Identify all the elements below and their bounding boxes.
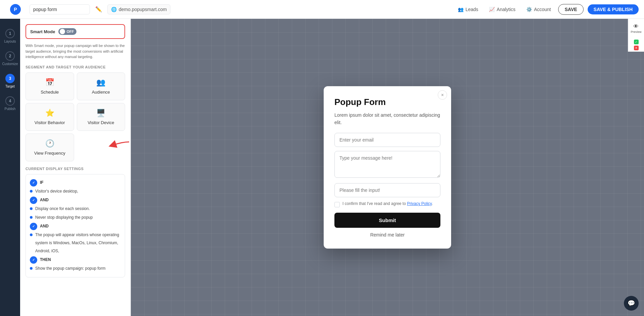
privacy-label: I confirm that I've read and agree to Pr… bbox=[342, 201, 433, 206]
visitor-behavior-icon: ⭐ bbox=[45, 109, 54, 117]
privacy-row: I confirm that I've read and agree to Pr… bbox=[334, 201, 440, 207]
message-textarea[interactable] bbox=[334, 151, 440, 178]
close-icon: × bbox=[441, 92, 444, 98]
condition-os: The popup will appear visitors whose ope… bbox=[30, 231, 121, 255]
privacy-checkbox[interactable] bbox=[334, 202, 340, 207]
text-session: Display once for each session. bbox=[35, 205, 90, 213]
preview-button[interactable]: 👁 Preview bbox=[629, 21, 643, 36]
preview-label: Preview bbox=[631, 30, 641, 34]
step-number-2: 2 bbox=[5, 51, 15, 61]
keyword-if: IF bbox=[40, 178, 44, 187]
dot-show bbox=[30, 267, 33, 270]
condition-then: ✓ THEN bbox=[30, 256, 121, 264]
campaign-title-input[interactable] bbox=[30, 4, 90, 14]
green-indicator[interactable]: ✓ bbox=[634, 40, 639, 44]
logo-area: P bbox=[5, 4, 25, 15]
audience-label: Audience bbox=[92, 90, 110, 95]
condition-device: Visitor's device desktop, bbox=[30, 187, 121, 195]
step-target[interactable]: 3 Target bbox=[0, 70, 20, 92]
leads-nav[interactable]: 👥 Leads bbox=[454, 5, 482, 14]
keyword-and2: AND bbox=[40, 222, 49, 230]
email-input[interactable] bbox=[334, 133, 440, 147]
audience-icon: 👥 bbox=[96, 78, 105, 87]
preview-sidebar: 👁 Preview ✓ ✕ bbox=[628, 19, 644, 52]
save-publish-button[interactable]: SAVE & PUBLISH bbox=[588, 4, 639, 14]
visitor-behavior-card[interactable]: ⭐ Visitor Behavior bbox=[25, 103, 74, 131]
step-publish[interactable]: 4 Publish bbox=[0, 93, 20, 114]
step-label-customize: Customize bbox=[2, 62, 18, 66]
condition-and-1: ✓ AND bbox=[30, 196, 121, 204]
target-cards-grid-2: 🕐 View Frequency bbox=[25, 134, 125, 161]
dot-never-stop bbox=[30, 216, 33, 219]
globe-icon: 🌐 bbox=[111, 7, 117, 12]
keyword-then: THEN bbox=[40, 256, 51, 264]
chat-icon: 💬 bbox=[628, 300, 635, 307]
toggle-indicators: ✓ ✕ bbox=[633, 38, 640, 52]
display-settings-heading: CURRENT DISPLAY SETTINGS bbox=[25, 167, 125, 171]
step-number-1: 1 bbox=[5, 29, 15, 38]
toggle-knob bbox=[60, 29, 65, 34]
smart-mode-label: Smart Mode bbox=[30, 29, 55, 34]
gear-icon: ⚙️ bbox=[526, 7, 532, 12]
condition-if: ✓ IF bbox=[30, 178, 121, 187]
edit-title-button[interactable]: ✏️ bbox=[94, 5, 103, 14]
logo-icon[interactable]: P bbox=[10, 4, 21, 15]
account-label: Account bbox=[534, 7, 551, 12]
red-indicator[interactable]: ✕ bbox=[634, 46, 639, 50]
smart-mode-toggle[interactable]: OFF bbox=[58, 28, 76, 35]
step-label-layouts: Layouts bbox=[4, 40, 16, 43]
chat-button[interactable]: 💬 bbox=[624, 296, 639, 311]
condition-session: Display once for each session. bbox=[30, 205, 121, 213]
analytics-icon: 📈 bbox=[489, 7, 495, 12]
text-os: The popup will appear visitors whose ope… bbox=[35, 231, 121, 255]
step-number-4: 4 bbox=[5, 96, 15, 106]
step-number-3: 3 bbox=[5, 74, 15, 83]
target-cards-grid: 📅 Schedule 👥 Audience ⭐ Visitor Behavior… bbox=[25, 72, 125, 131]
step-layouts[interactable]: 1 Layouts bbox=[0, 25, 20, 47]
save-button[interactable]: SAVE bbox=[558, 4, 583, 15]
remind-later-button[interactable]: Remind me later bbox=[334, 232, 440, 238]
schedule-icon: 📅 bbox=[45, 78, 54, 87]
popup-close-button[interactable]: × bbox=[438, 90, 447, 100]
dot-os bbox=[30, 233, 33, 236]
visitor-device-label: Visitor Device bbox=[88, 120, 114, 125]
account-nav[interactable]: ⚙️ Account bbox=[523, 5, 554, 14]
condition-show: Show the popup campaign: popup form bbox=[30, 264, 121, 272]
popup-description: Lorem ipsum dolor sit amet, consectetur … bbox=[334, 111, 440, 126]
dot-session bbox=[30, 207, 33, 210]
leads-icon: 👥 bbox=[458, 7, 464, 12]
popup-modal: × Popup Form Lorem ipsum dolor sit amet,… bbox=[324, 86, 451, 249]
url-text: demo.popupsmart.com bbox=[119, 7, 167, 12]
schedule-label: Schedule bbox=[41, 90, 59, 95]
view-frequency-card[interactable]: 🕐 View Frequency bbox=[25, 134, 74, 161]
condition-never-stop: Never stop displaying the popup bbox=[30, 213, 121, 221]
toggle-text: OFF bbox=[66, 30, 74, 34]
smart-mode-description: With Smart mode, your popup campaign wil… bbox=[25, 43, 125, 60]
canvas-area: × Popup Form Lorem ipsum dolor sit amet,… bbox=[131, 19, 644, 316]
steps-sidebar: 1 Layouts 2 Customize 3 Target 4 Publish bbox=[0, 19, 20, 316]
conditions-box: ✓ IF Visitor's device desktop, ✓ AND Dis… bbox=[25, 174, 125, 277]
schedule-card[interactable]: 📅 Schedule bbox=[25, 72, 74, 100]
audience-card[interactable]: 👥 Audience bbox=[77, 72, 125, 100]
dot-device bbox=[30, 190, 33, 193]
segment-heading: SEGMENT AND TARGET YOUR AUDIENCE bbox=[25, 65, 125, 69]
checkbox-text: I confirm that I've read and agree to bbox=[342, 201, 406, 206]
eye-icon: 👁 bbox=[633, 23, 639, 30]
privacy-policy-link[interactable]: Privacy Policy bbox=[407, 201, 432, 206]
topbar: P ✏️ 🌐 demo.popupsmart.com 👥 Leads 📈 Ana… bbox=[0, 0, 644, 19]
step-customize[interactable]: 2 Customize bbox=[0, 48, 20, 69]
condition-and-2: ✓ AND bbox=[30, 222, 121, 230]
leads-label: Leads bbox=[466, 7, 478, 12]
fill-input[interactable] bbox=[334, 183, 440, 197]
visitor-behavior-label: Visitor Behavior bbox=[35, 120, 65, 125]
check-badge-if: ✓ bbox=[30, 179, 37, 187]
smart-mode-box: Smart Mode OFF bbox=[25, 24, 125, 39]
text-device: Visitor's device desktop, bbox=[35, 187, 78, 195]
check-badge-then: ✓ bbox=[30, 256, 37, 264]
visitor-device-card[interactable]: 🖥️ Visitor Device bbox=[77, 103, 125, 131]
check-badge-and1: ✓ bbox=[30, 197, 37, 204]
submit-button[interactable]: Submit bbox=[334, 213, 440, 228]
analytics-nav[interactable]: 📈 Analytics bbox=[486, 5, 519, 14]
text-show: Show the popup campaign: popup form bbox=[35, 264, 105, 272]
keyword-and1: AND bbox=[40, 196, 49, 204]
